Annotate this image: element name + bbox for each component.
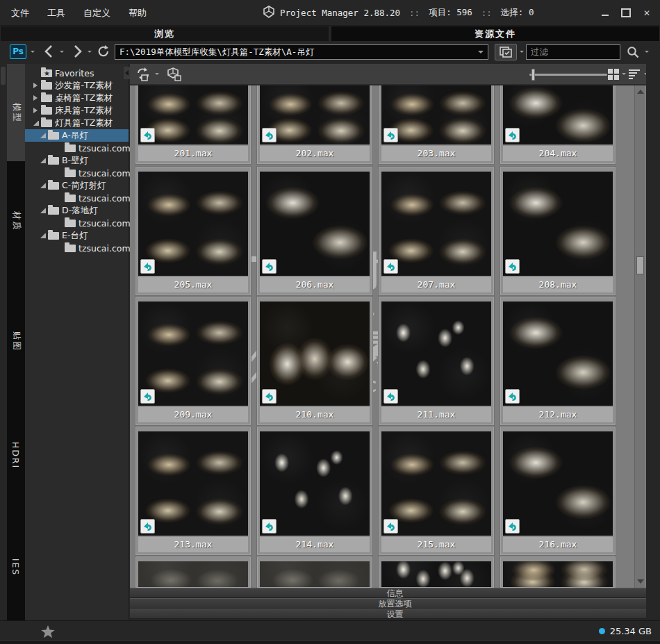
forward-button[interactable] (69, 44, 85, 59)
tree-item[interactable]: ★ 沙发篇-TZ素材 (25, 79, 129, 92)
thumbnail-card[interactable]: 215.max (379, 427, 494, 555)
ps-dropdown-caret[interactable] (31, 51, 35, 53)
thumbnail-card[interactable]: 201.max (135, 85, 251, 164)
thumbnail-card[interactable]: 207.max (379, 167, 494, 295)
search-icon[interactable] (626, 45, 641, 60)
tab-asset-files[interactable]: 资源文件 (331, 26, 659, 41)
sort-icon[interactable] (629, 69, 640, 79)
tree-item[interactable]: ★ tzsucai.com (25, 142, 129, 154)
thumbnail-image[interactable] (381, 431, 491, 536)
thumbnail-image[interactable] (503, 172, 613, 276)
thumbnail-card[interactable]: 209.max (135, 297, 251, 425)
forward-history-caret[interactable] (88, 51, 92, 53)
thumbnail-image[interactable] (503, 302, 613, 406)
scroll-down-arrow-icon[interactable] (637, 579, 644, 584)
tab-browse[interactable]: 浏览 (1, 26, 329, 41)
scrollbar-thumb[interactable] (636, 256, 644, 274)
tree-expand-arrow-icon[interactable] (40, 208, 46, 213)
thumbnail-card[interactable]: 206.max (257, 167, 372, 295)
thumbnail-image[interactable] (260, 561, 370, 588)
tree-item[interactable]: ★ Favorites (25, 67, 129, 79)
thumbnail-image[interactable] (260, 431, 370, 536)
rollout-panel-header[interactable]: 设置 (130, 609, 660, 619)
category-tab[interactable]: 贴图 (7, 320, 25, 363)
thumbnail-card[interactable]: 202.max (257, 85, 372, 164)
address-dropdown-caret[interactable] (478, 51, 484, 53)
thumbnail-image[interactable] (503, 85, 613, 145)
thumbnail-image[interactable] (381, 172, 491, 276)
tree-expand-arrow-icon[interactable] (33, 108, 39, 113)
thumbnail-card[interactable]: 216.max (500, 427, 616, 555)
category-tab[interactable]: 模型 (7, 64, 25, 161)
thumbnail-image[interactable] (381, 302, 491, 406)
thumbnail-card[interactable] (379, 556, 494, 588)
thumbnail-image[interactable] (138, 302, 248, 406)
scroll-up-arrow-icon[interactable] (637, 90, 644, 94)
thumbnail-size-slider-handle[interactable] (531, 69, 535, 81)
tree-item[interactable]: ★ D-落地灯 (25, 204, 129, 217)
thumbnail-card[interactable]: 210.max (257, 297, 372, 425)
maximize-button[interactable] (621, 8, 631, 18)
tree-expand-arrow-icon[interactable] (40, 133, 46, 138)
tree-item[interactable]: ★ tzsucai.com (25, 242, 129, 254)
filter-input[interactable] (526, 44, 620, 60)
search-dropdown-caret[interactable] (645, 51, 649, 53)
tree-item[interactable]: ★ B-壁灯 (25, 154, 129, 167)
refresh-button[interactable] (96, 44, 111, 59)
view-mode-grid-icon[interactable] (608, 69, 619, 80)
view-layers-button[interactable] (495, 44, 517, 60)
menu-help[interactable]: 帮助 (129, 7, 147, 19)
tree-item[interactable]: ★ C-简灯射灯 (25, 179, 129, 192)
address-bar-input[interactable] (115, 44, 488, 60)
tree-item[interactable]: ★ 桌椅篇-TZ素材 (25, 92, 129, 104)
back-history-caret[interactable] (60, 51, 64, 53)
thumbnail-card[interactable] (257, 556, 372, 588)
menu-file[interactable]: 文件 (11, 7, 29, 19)
view-mode-caret[interactable] (622, 73, 626, 75)
thumbnail-image[interactable] (138, 431, 248, 536)
thumbnail-card[interactable]: 212.max (500, 297, 616, 425)
layers-dropdown-caret[interactable] (520, 51, 524, 53)
tree-item[interactable]: ★ tzsucai.com (25, 167, 129, 179)
category-tab[interactable]: 材质 (7, 199, 25, 242)
tree-expand-arrow-icon[interactable] (40, 158, 46, 163)
panel-grip[interactable] (1, 67, 6, 85)
thumbnail-size-slider[interactable] (529, 74, 607, 76)
thumbnail-card[interactable]: 208.max (500, 167, 616, 295)
close-button[interactable]: ✕ (642, 8, 652, 18)
thumbnail-card[interactable]: 204.max (500, 85, 616, 164)
thumbnail-card[interactable]: 211.max (379, 297, 494, 425)
tree-item[interactable]: ★ 灯具篇-TZ素材 (25, 117, 129, 129)
thumbnail-image[interactable] (138, 172, 248, 276)
tree-expand-arrow-icon[interactable] (33, 121, 39, 126)
tree-expand-arrow-icon[interactable] (40, 233, 46, 238)
tree-item[interactable]: ★ E-台灯 (25, 229, 129, 242)
tree-expand-arrow-icon[interactable] (40, 183, 46, 188)
tree-expand-arrow-icon[interactable] (33, 95, 39, 101)
thumbnail-card[interactable] (135, 556, 251, 588)
thumbnail-card[interactable]: 203.max (379, 85, 494, 164)
menu-customize[interactable]: 自定义 (83, 7, 110, 19)
save-model-icon[interactable] (166, 67, 183, 82)
thumbnail-image[interactable] (260, 302, 370, 406)
thumbnail-image[interactable] (381, 85, 491, 145)
thumbnail-card[interactable]: 213.max (135, 427, 251, 555)
rollout-panel-header[interactable]: 信息 (130, 588, 660, 598)
category-tab[interactable]: HDRI (7, 431, 25, 479)
vertical-scrollbar[interactable] (634, 85, 645, 588)
thumbnail-image[interactable] (138, 561, 248, 588)
thumbnail-image[interactable] (503, 431, 613, 536)
thumbnail-card[interactable]: 214.max (257, 427, 372, 555)
back-button[interactable] (42, 44, 57, 59)
tree-item[interactable]: ★ tzsucai.com (25, 192, 129, 204)
photoshop-button[interactable]: Ps (10, 44, 26, 59)
thumbnail-image[interactable] (260, 172, 370, 276)
sync-folder-icon[interactable] (135, 67, 152, 82)
tree-expand-arrow-icon[interactable] (33, 83, 39, 88)
tree-item[interactable]: ★ 床具篇-TZ素材 (25, 104, 129, 117)
rollout-panel-header[interactable]: 放置选项 (130, 598, 660, 609)
thumbnail-image[interactable] (138, 85, 248, 145)
thumbnail-image[interactable] (381, 561, 491, 588)
menu-tools[interactable]: 工具 (47, 7, 65, 19)
thumbnail-card[interactable]: 205.max (135, 167, 251, 295)
